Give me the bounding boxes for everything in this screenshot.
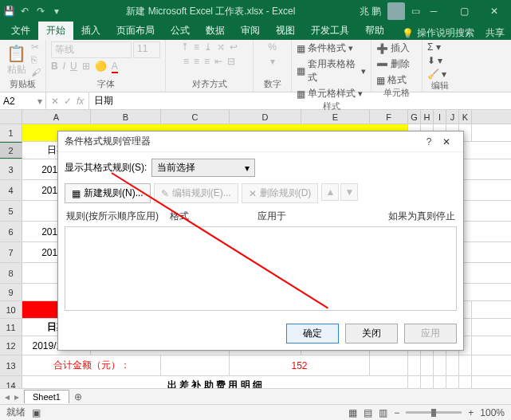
wrap-icon[interactable]: ↩ — [230, 41, 238, 53]
row-header[interactable]: 2 — [0, 142, 22, 159]
tab-developer[interactable]: 开发工具 — [303, 22, 357, 40]
copy-icon[interactable]: ⎘ — [31, 54, 41, 65]
cell[interactable] — [434, 355, 446, 375]
formula-input[interactable]: 日期 — [89, 94, 511, 108]
close-button-dialog[interactable]: 关闭 — [345, 324, 398, 343]
share-button[interactable]: 共享 — [485, 26, 505, 40]
zoom-in-icon[interactable]: + — [468, 407, 474, 418]
clear-icon[interactable]: 🧹 ▾ — [427, 69, 453, 80]
col-header-C[interactable]: C — [161, 110, 230, 124]
align-top-icon[interactable]: ⤒ — [181, 41, 189, 53]
merge-icon[interactable]: ⊟ — [227, 56, 235, 67]
align-left-icon[interactable]: ≡ — [183, 56, 189, 67]
ok-button[interactable]: 确定 — [286, 324, 339, 343]
fx-icon[interactable]: fx — [77, 96, 84, 107]
col-header-E[interactable]: E — [301, 110, 370, 124]
zoom-out-icon[interactable]: − — [394, 407, 399, 418]
new-sheet-icon[interactable]: ⊕ — [74, 391, 82, 402]
fill-icon[interactable]: ⬇ ▾ — [427, 55, 453, 66]
orientation-icon[interactable]: ⤭ — [217, 41, 225, 53]
font-name[interactable]: 等线 — [51, 41, 132, 58]
cell[interactable] — [446, 355, 459, 375]
font-size[interactable]: 11 — [133, 41, 160, 58]
cell[interactable] — [408, 355, 421, 375]
autosum-icon[interactable]: Σ ▾ — [427, 41, 453, 53]
format-as-table-button[interactable]: ▦套用表格格式 ▾ — [297, 57, 366, 84]
row-header[interactable]: 12 — [0, 336, 22, 355]
row-header[interactable]: 6 — [0, 222, 22, 241]
edit-rule-button[interactable]: ✎编辑规则(E)... — [154, 183, 238, 203]
maximize-button[interactable]: ▢ — [450, 2, 478, 20]
save-icon[interactable]: 💾 — [3, 6, 14, 17]
show-rules-select[interactable]: 当前选择▾ — [151, 159, 255, 177]
move-down-button[interactable]: ▼ — [340, 183, 358, 201]
tab-review[interactable]: 审阅 — [233, 22, 268, 40]
row-header[interactable]: 3 — [0, 159, 22, 179]
delete-rule-button[interactable]: ✕删除规则(D) — [242, 183, 319, 203]
row-header[interactable]: 8 — [0, 263, 22, 283]
col-header-F[interactable]: F — [370, 110, 408, 124]
tab-home[interactable]: 开始 — [38, 22, 73, 40]
user-area[interactable]: 兆 鹏 ▭ — [360, 2, 420, 20]
zoom-slider[interactable] — [406, 411, 462, 414]
cell[interactable] — [370, 355, 408, 375]
ribbon-display-icon[interactable]: ▭ — [411, 6, 420, 17]
sheet-nav-prev-icon[interactable]: ◂ — [5, 391, 10, 402]
row-header[interactable]: 13 — [0, 355, 22, 375]
apply-button[interactable]: 应用 — [404, 324, 457, 343]
cell[interactable]: 152 — [230, 355, 370, 375]
zoom-level[interactable]: 100% — [480, 407, 505, 418]
tab-view[interactable]: 视图 — [268, 22, 303, 40]
tell-me[interactable]: 💡操作说明搜索 — [402, 26, 474, 40]
align-right-icon[interactable]: ≡ — [204, 56, 210, 67]
col-header-G[interactable]: G — [408, 110, 421, 124]
macro-record-icon[interactable]: ▣ — [32, 407, 41, 418]
row-header[interactable]: 11 — [0, 319, 22, 336]
col-header-D[interactable]: D — [230, 110, 301, 124]
format-painter-icon[interactable]: 🖌 — [31, 67, 41, 78]
rules-list[interactable] — [65, 226, 457, 311]
col-header-A[interactable]: A — [22, 110, 91, 124]
delete-cells-button[interactable]: ➖删除 — [376, 57, 417, 71]
cell[interactable] — [421, 355, 434, 375]
col-header-I[interactable]: I — [434, 110, 446, 124]
tab-help[interactable]: 帮助 — [357, 22, 392, 40]
tab-data[interactable]: 数据 — [198, 22, 233, 40]
indent-dec-icon[interactable]: ⇤ — [214, 56, 222, 67]
format-cells-button[interactable]: ▦格式 — [376, 73, 417, 87]
confirm-icon[interactable]: ✓ — [64, 96, 72, 107]
row-header[interactable]: 1 — [0, 124, 22, 141]
row-header[interactable]: 5 — [0, 201, 22, 221]
select-all-corner[interactable] — [0, 110, 22, 124]
underline-icon[interactable]: U — [70, 61, 77, 72]
fill-color-icon[interactable]: 🟡 — [95, 61, 107, 72]
border-icon[interactable]: ⊞ — [82, 61, 90, 72]
dialog-close-button[interactable]: ✕ — [436, 136, 457, 147]
bold-icon[interactable]: B — [51, 61, 58, 72]
align-center-icon[interactable]: ≡ — [194, 56, 199, 67]
number-format-icon[interactable]: % — [268, 41, 277, 53]
font-color-icon[interactable]: A — [112, 61, 118, 72]
sheet-tab-sheet1[interactable]: Sheet1 — [24, 390, 69, 403]
col-header-J[interactable]: J — [446, 110, 459, 124]
insert-cells-button[interactable]: ➕插入 — [376, 41, 417, 55]
tab-file[interactable]: 文件 — [3, 22, 38, 40]
cancel-icon[interactable]: ✕ — [51, 96, 59, 107]
new-rule-button[interactable]: ▦新建规则(N)... — [65, 183, 151, 203]
conditional-format-button[interactable]: ▦条件格式 ▾ — [297, 41, 366, 55]
row-header[interactable]: 9 — [0, 284, 22, 300]
view-normal-icon[interactable]: ▦ — [348, 407, 357, 418]
row-header[interactable]: 4 — [0, 180, 22, 200]
move-up-button[interactable]: ▲ — [321, 183, 339, 201]
dialog-help-button[interactable]: ? — [422, 136, 436, 147]
cut-icon[interactable]: ✂ — [31, 41, 41, 53]
paste-button[interactable]: 📋 粘贴 — [5, 42, 28, 78]
undo-icon[interactable]: ↶ — [19, 6, 30, 17]
row-header[interactable]: 7 — [0, 242, 22, 262]
col-header-K[interactable]: K — [459, 110, 472, 124]
minimize-button[interactable]: ─ — [420, 2, 447, 20]
tab-layout[interactable]: 页面布局 — [108, 22, 163, 40]
tab-insert[interactable]: 插入 — [73, 22, 108, 40]
close-button[interactable]: ✕ — [481, 2, 508, 20]
tab-formulas[interactable]: 公式 — [163, 22, 198, 40]
